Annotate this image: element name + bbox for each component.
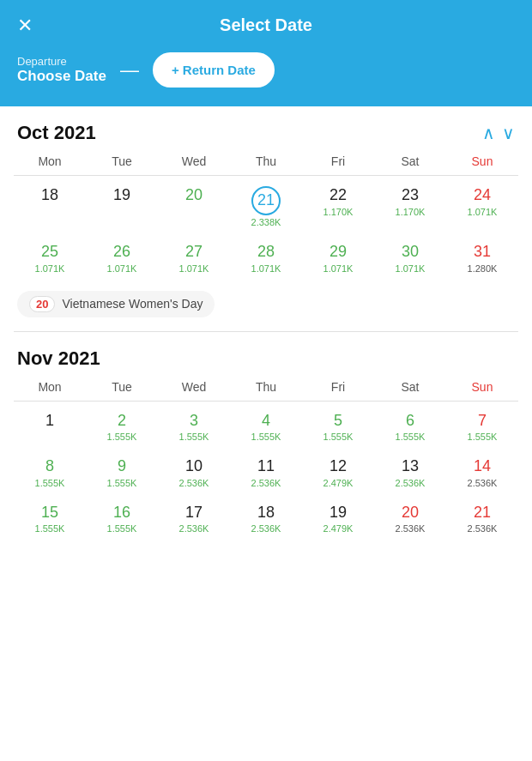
day-cell[interactable]: 91.555K	[86, 450, 158, 493]
day-headers: Mon Tue Wed Thu Fri Sat Sun	[14, 154, 518, 176]
month-header-oct: Oct 2021 ∧ ∨	[14, 106, 518, 154]
day-price: 2.536K	[468, 478, 498, 488]
day-number: 10	[185, 457, 203, 476]
close-icon[interactable]: ✕	[17, 15, 33, 37]
day-price: 1.071K	[251, 263, 281, 274]
day-price: 1.555K	[107, 432, 137, 442]
day-price: 2.536K	[468, 523, 498, 534]
day-number: 21	[474, 504, 491, 522]
return-date-button[interactable]: + Return Date	[153, 52, 275, 88]
day-price: 1.170K	[323, 207, 354, 217]
day-header-wed-nov: Wed	[158, 380, 230, 394]
day-price: 1.071K	[179, 263, 209, 274]
day-number: 28	[257, 243, 275, 262]
day-cell[interactable]: 172.536K	[158, 497, 230, 540]
day-cell[interactable]: 212.338K	[230, 179, 302, 233]
day-cell[interactable]: 31.555K	[158, 405, 230, 448]
day-number: 5	[334, 412, 342, 431]
day-header-mon: Mon	[14, 154, 86, 168]
day-cell[interactable]: 202.536K	[374, 497, 446, 540]
day-cell[interactable]: 281.071K	[230, 236, 302, 279]
day-header-sun: Sun	[446, 154, 518, 168]
day-header-wed: Wed	[158, 154, 230, 168]
holiday-badge: 20	[29, 296, 55, 312]
day-price: 1.555K	[107, 478, 137, 488]
day-number: 25	[41, 243, 58, 262]
nov-grid: 1-21.555K31.555K41.555K51.555K61.555K71.…	[14, 405, 518, 540]
day-number: 1	[45, 412, 54, 431]
day-cell[interactable]: 251.071K	[14, 236, 86, 279]
day-cell[interactable]: 21.555K	[86, 405, 158, 448]
day-cell[interactable]: 41.555K	[230, 405, 302, 448]
day-headers-nov: Mon Tue Wed Thu Fri Sat Sun	[14, 380, 518, 402]
day-cell[interactable]: 212.536K	[446, 497, 518, 540]
day-price: 1.170K	[396, 207, 426, 217]
day-header-mon-nov: Mon	[14, 380, 86, 394]
month-oct2021: Oct 2021 ∧ ∨ Mon Tue Wed Thu Fri Sat Sun…	[14, 106, 518, 328]
day-cell[interactable]: 20-	[158, 179, 230, 233]
day-number: 6	[406, 412, 414, 431]
day-header-thu-nov: Thu	[230, 380, 302, 394]
holiday-tag: 20 Vietnamese Women's Day	[17, 291, 215, 317]
day-price: 1.555K	[179, 432, 209, 442]
day-number: 4	[262, 412, 270, 431]
holiday-label: Vietnamese Women's Day	[62, 297, 203, 311]
day-number: 13	[402, 457, 419, 476]
day-price: 2.479K	[323, 523, 354, 534]
day-price: 1.555K	[251, 432, 281, 442]
day-price: 1.555K	[468, 432, 498, 442]
day-number: 20	[185, 186, 203, 205]
day-cell[interactable]: 301.071K	[374, 236, 446, 279]
day-cell[interactable]: 19-	[86, 179, 158, 233]
header-controls: Departure Choose Date — + Return Date	[17, 52, 515, 88]
day-cell[interactable]: 261.071K	[86, 236, 158, 279]
day-cell[interactable]: 151.555K	[14, 497, 86, 540]
day-cell[interactable]: 311.280K	[446, 236, 518, 279]
day-price: 2.536K	[179, 523, 209, 534]
day-cell[interactable]: 192.479K	[302, 497, 374, 540]
day-cell[interactable]: 221.170K	[302, 179, 374, 233]
day-cell[interactable]: 1-	[14, 405, 86, 448]
day-cell[interactable]: 231.170K	[374, 179, 446, 233]
day-number: 14	[474, 457, 491, 476]
day-cell[interactable]: 132.536K	[374, 450, 446, 493]
month-nav-oct: ∧ ∨	[482, 123, 515, 143]
day-header-sat: Sat	[374, 154, 446, 168]
day-price: 1.071K	[468, 207, 498, 217]
day-cell[interactable]: 291.071K	[302, 236, 374, 279]
day-price: 2.536K	[251, 523, 281, 534]
nav-up-arrow[interactable]: ∧	[482, 123, 495, 143]
nav-down-arrow[interactable]: ∨	[502, 123, 515, 143]
day-cell[interactable]: 142.536K	[446, 450, 518, 493]
day-number: 21	[251, 186, 281, 215]
day-cell[interactable]: 81.555K	[14, 450, 86, 493]
day-price: 1.555K	[323, 432, 354, 442]
day-cell[interactable]: 102.536K	[158, 450, 230, 493]
day-cell[interactable]: 122.479K	[302, 450, 374, 493]
day-cell[interactable]: 161.555K	[86, 497, 158, 540]
day-cell[interactable]: 71.555K	[446, 405, 518, 448]
day-price: 2.536K	[396, 478, 426, 488]
day-cell[interactable]: 271.071K	[158, 236, 230, 279]
day-number: 30	[402, 243, 419, 262]
day-number: 22	[329, 186, 347, 205]
day-cell[interactable]: 182.536K	[230, 497, 302, 540]
day-number: 12	[329, 457, 347, 476]
day-cell[interactable]: 112.536K	[230, 450, 302, 493]
month-nov2021: Nov 2021 Mon Tue Wed Thu Fri Sat Sun 1-2…	[14, 332, 518, 540]
day-cell[interactable]: 241.071K	[446, 179, 518, 233]
day-header-fri-nov: Fri	[302, 380, 374, 394]
day-cell[interactable]: 18-	[14, 179, 86, 233]
departure-date: Choose Date	[17, 68, 106, 85]
header-top: ✕ Select Date	[17, 15, 515, 35]
oct-grid: 18-19-20-212.338K221.170K231.170K241.071…	[14, 179, 518, 279]
day-price: 1.071K	[35, 263, 65, 274]
day-number: 27	[185, 243, 203, 262]
month-title-nov: Nov 2021	[17, 347, 100, 370]
day-cell[interactable]: 51.555K	[302, 405, 374, 448]
day-price: 2.479K	[323, 478, 354, 488]
day-cell[interactable]: 61.555K	[374, 405, 446, 448]
day-number: 16	[113, 504, 130, 522]
departure-section: Departure Choose Date	[17, 55, 106, 85]
day-number: 3	[190, 412, 198, 431]
